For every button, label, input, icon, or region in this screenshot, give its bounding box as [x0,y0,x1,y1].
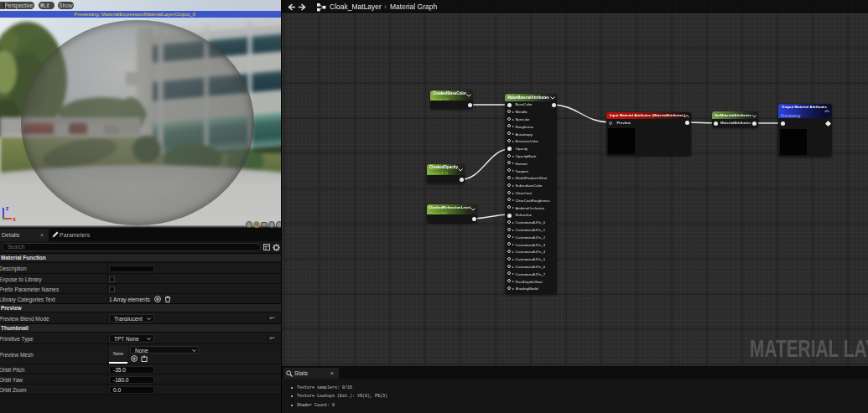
svg-text:x: x [13,216,16,222]
svg-text:z: z [6,205,9,211]
